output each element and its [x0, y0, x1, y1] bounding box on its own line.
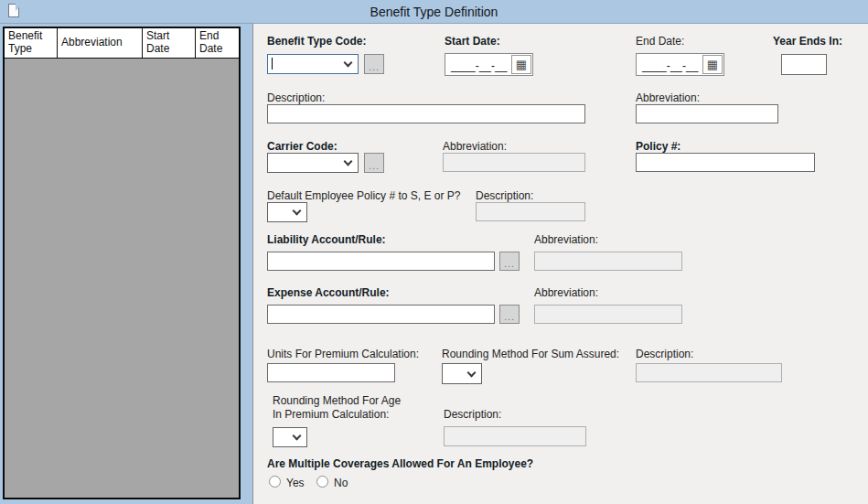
end-date-calendar-button[interactable]: ▦ [702, 55, 723, 74]
grid-body-empty[interactable] [5, 59, 239, 498]
start-date-field[interactable]: ____-__-__ ▦ [445, 53, 533, 76]
liability-account-browse-button[interactable]: ... [499, 252, 520, 271]
rounding-sum-combo[interactable] [442, 363, 482, 384]
window-title: Benefit Type Definition [0, 5, 868, 19]
abbreviation-label: Abbreviation: [636, 91, 700, 104]
benefit-type-grid[interactable]: Benefit Type Abbreviation Start Date End… [3, 27, 241, 499]
grid-column-start-date[interactable]: Start Date [143, 28, 196, 58]
expense-account-label: Expense Account/Rule: [267, 286, 390, 299]
description-label: Description: [267, 91, 325, 104]
start-date-calendar-button[interactable]: ▦ [511, 55, 531, 74]
grid-column-end-date[interactable]: End Date [196, 28, 239, 58]
dropdown-arrow-icon[interactable] [344, 59, 353, 68]
carrier-code-browse-button[interactable]: ... [364, 153, 384, 173]
default-policy-description-label: Description: [476, 189, 533, 202]
expense-abbreviation-label: Abbreviation: [534, 286, 598, 299]
benefit-type-code-label: Benefit Type Code: [267, 35, 366, 48]
multiple-coverages-no-radio[interactable] [316, 476, 328, 488]
carrier-code-label: Carrier Code: [267, 140, 338, 153]
policy-number-input[interactable] [636, 153, 815, 172]
rounding-age-label-line2: In Premium Calculation: [273, 408, 389, 421]
dropdown-arrow-icon[interactable] [467, 369, 477, 378]
default-policy-combo[interactable] [267, 202, 307, 222]
policy-number-label: Policy #: [636, 140, 680, 153]
calendar-icon: ▦ [707, 59, 718, 70]
liability-account-input[interactable] [267, 252, 495, 271]
expense-account-input[interactable] [267, 305, 495, 324]
dropdown-arrow-icon[interactable] [293, 207, 302, 216]
grid-column-abbreviation[interactable]: Abbreviation [58, 28, 143, 58]
carrier-code-combo[interactable] [267, 153, 359, 173]
liability-abbreviation-readonly [534, 252, 682, 271]
multiple-coverages-label: Are Multiple Coverages Allowed For An Em… [267, 457, 533, 470]
start-date-mask[interactable]: ____-__-__ [445, 54, 510, 75]
end-date-label: End Date: [636, 35, 684, 48]
rounding-age-description-readonly [444, 426, 586, 446]
rounding-age-description-label: Description: [444, 408, 501, 421]
rounding-sum-description-label: Description: [636, 348, 693, 360]
benefit-type-code-browse-button[interactable]: ... [364, 54, 384, 74]
start-date-label: Start Date: [445, 35, 500, 48]
units-premium-input[interactable] [267, 363, 395, 382]
multiple-coverages-no-label[interactable]: No [334, 477, 348, 489]
benefit-form-panel: Benefit Type Code: ... Start Date: ____-… [252, 24, 868, 504]
default-policy-label: Default Employee Policy # to S, E or P? [267, 189, 460, 202]
carrier-abbreviation-readonly [443, 153, 585, 172]
liability-account-label: Liability Account/Rule: [267, 233, 386, 246]
benefit-type-definition-window: { "window": { "title": "Benefit Type Def… [0, 0, 868, 504]
dropdown-arrow-icon[interactable] [344, 157, 353, 166]
text-caret [272, 58, 273, 70]
rounding-sum-description-readonly [636, 363, 782, 382]
expense-account-browse-button[interactable]: ... [499, 305, 520, 324]
benefit-type-code-combo[interactable] [267, 54, 359, 74]
rounding-age-combo[interactable] [273, 427, 307, 447]
year-ends-in-input[interactable] [781, 54, 827, 75]
year-ends-in-label: Year Ends In: [773, 35, 842, 48]
calendar-icon: ▦ [516, 59, 527, 70]
liability-abbreviation-label: Abbreviation: [534, 233, 598, 246]
end-date-mask[interactable]: ____-__-__ [637, 54, 702, 75]
grid-column-benefit-type[interactable]: Benefit Type [5, 28, 58, 58]
titlebar: Benefit Type Definition [0, 0, 868, 24]
carrier-abbreviation-label: Abbreviation: [443, 140, 507, 153]
abbreviation-input[interactable] [636, 104, 778, 123]
dropdown-arrow-icon[interactable] [293, 432, 302, 441]
multiple-coverages-yes-label[interactable]: Yes [286, 477, 305, 489]
default-policy-description-readonly [476, 202, 585, 221]
multiple-coverages-yes-radio[interactable] [269, 476, 281, 488]
grid-header: Benefit Type Abbreviation Start Date End… [5, 28, 239, 59]
rounding-sum-label: Rounding Method For Sum Assured: [442, 348, 619, 360]
description-input[interactable] [267, 104, 585, 123]
end-date-field[interactable]: ____-__-__ ▦ [636, 53, 724, 76]
rounding-age-label-line1: Rounding Method For Age [273, 394, 401, 407]
units-premium-label: Units For Premium Calculation: [267, 348, 419, 360]
expense-abbreviation-readonly [534, 305, 682, 324]
